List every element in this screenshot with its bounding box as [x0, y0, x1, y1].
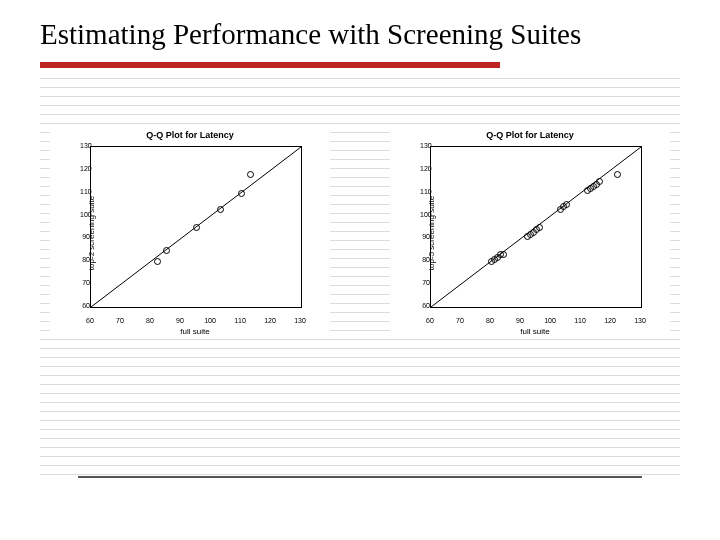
footer-rule — [78, 476, 642, 478]
y-tick: 100 — [420, 211, 430, 218]
x-tick: 80 — [481, 317, 499, 324]
plot-box — [90, 146, 302, 308]
slide: Estimating Performance with Screening Su… — [0, 0, 720, 540]
x-tick: 100 — [541, 317, 559, 324]
data-point — [163, 247, 170, 254]
x-tick: 110 — [571, 317, 589, 324]
x-tick: 60 — [421, 317, 439, 324]
x-tick: 120 — [601, 317, 619, 324]
qq-plot-right: Q-Q Plot for Latency top-5 screening sui… — [390, 128, 670, 338]
y-tick: 60 — [80, 302, 90, 309]
y-tick: 130 — [80, 142, 90, 149]
x-tick: 120 — [261, 317, 279, 324]
y-tick: 60 — [420, 302, 430, 309]
x-tick: 80 — [141, 317, 159, 324]
plot-box — [430, 146, 642, 308]
x-tick: 90 — [171, 317, 189, 324]
plot-title: Q-Q Plot for Latency — [50, 130, 330, 140]
page-title: Estimating Performance with Screening Su… — [40, 18, 581, 51]
y-tick: 120 — [80, 165, 90, 172]
y-tick: 110 — [80, 188, 90, 195]
data-point — [238, 190, 245, 197]
data-point — [193, 224, 200, 231]
y-tick: 80 — [80, 256, 90, 263]
x-tick: 130 — [631, 317, 649, 324]
x-axis-label: full suite — [90, 327, 300, 336]
plot-title: Q-Q Plot for Latency — [390, 130, 670, 140]
x-tick: 60 — [81, 317, 99, 324]
y-tick: 80 — [420, 256, 430, 263]
y-tick: 70 — [420, 279, 430, 286]
qq-plot-left: Q-Q Plot for Latency top-2 screening sui… — [50, 128, 330, 338]
title-underline — [40, 62, 500, 68]
x-tick: 130 — [291, 317, 309, 324]
y-tick: 90 — [420, 233, 430, 240]
x-tick: 70 — [451, 317, 469, 324]
x-tick: 100 — [201, 317, 219, 324]
y-tick: 130 — [420, 142, 430, 149]
x-axis-label: full suite — [430, 327, 640, 336]
data-point — [217, 206, 224, 213]
charts-row: Q-Q Plot for Latency top-2 screening sui… — [50, 128, 670, 338]
y-tick: 110 — [420, 188, 430, 195]
x-tick: 90 — [511, 317, 529, 324]
y-tick: 70 — [80, 279, 90, 286]
x-tick: 70 — [111, 317, 129, 324]
y-tick: 100 — [80, 211, 90, 218]
data-point — [536, 224, 543, 231]
y-tick: 90 — [80, 233, 90, 240]
x-tick: 110 — [231, 317, 249, 324]
y-tick: 120 — [420, 165, 430, 172]
